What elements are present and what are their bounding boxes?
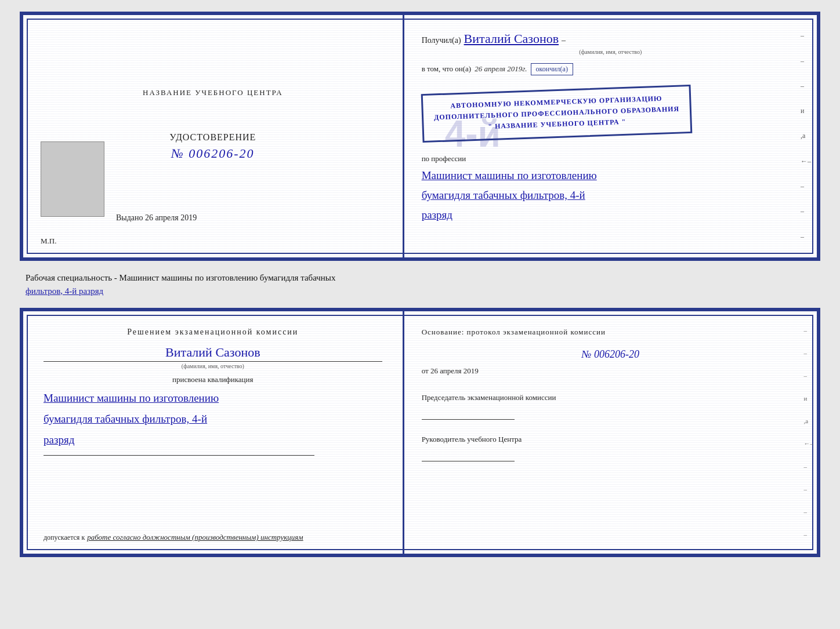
stamp-box: АВТОНОМНУЮ НЕКОММЕРЧЕСКУЮ ОРГАНИЗАЦИЮ ДО… <box>421 85 692 143</box>
vydano-line: Выдано 26 апреля 2019 <box>116 213 197 223</box>
right-side-dashes-bottom: –––и,а←––––– <box>803 311 813 554</box>
between-text: Рабочая специальность - Машинист машины … <box>20 271 820 297</box>
po-professii-label: по профессии <box>422 154 799 163</box>
vtom-prefix: в том, что он(а) <box>422 64 472 74</box>
poluchil-prefix: Получил(а) <box>422 36 461 45</box>
prof-text-3: разряд <box>422 205 799 225</box>
prof-text-2: бумагидля табачных фильтров, 4-й <box>422 186 799 205</box>
poluchil-line: Получил(а) Виталий Сазонов – <box>422 31 799 46</box>
predsedatel-label: Председатель экзаменационной комиссии <box>422 393 799 402</box>
photo-placeholder <box>41 141 104 217</box>
recipient-name-top: Виталий Сазонов <box>464 31 559 46</box>
bottom-sep <box>44 455 314 456</box>
predsedatel-signature <box>422 408 515 420</box>
top-certificate: НАЗВАНИЕ УЧЕБНОГО ЦЕНТРА УДОСТОВЕРЕНИЕ №… <box>20 12 820 261</box>
ot-label: от <box>422 366 429 375</box>
between-line1: Рабочая специальность - Машинист машины … <box>26 271 814 285</box>
okonchill-label: окончил(а) <box>531 63 573 75</box>
dopuskaetsya-label: допускается к <box>44 533 85 542</box>
fio-label-top: (фамилия, имя, отчество) <box>422 49 799 55</box>
kvalif-3: разряд <box>44 430 382 450</box>
protokol-number: № 006206-20 <box>422 348 799 361</box>
prisvoena-label: присвоена квалификация <box>44 375 382 384</box>
kvalif-2: бумагидля табачных фильтров, 4-й <box>44 409 382 430</box>
osnov-label: Основание: протокол экзаменационной коми… <box>422 328 799 337</box>
bottom-cert-right: Основание: протокол экзаменационной коми… <box>404 311 817 554</box>
ot-line: от 26 апреля 2019 <box>422 366 799 376</box>
vtom-line: в том, что он(а) 26 апреля 2019г. окончи… <box>422 63 799 75</box>
dopuskaetsya-value: работе согласно должностным (производств… <box>87 533 303 542</box>
rukovod-label: Руководитель учебного Центра <box>422 435 799 444</box>
rukovod-signature <box>422 450 515 461</box>
udostoverenie-label: УДОСТОВЕРЕНИЕ <box>169 132 256 143</box>
dash-top: – <box>562 36 566 45</box>
top-cert-right: Получил(а) Виталий Сазонов – (фамилия, и… <box>404 15 817 257</box>
vydano-date: 26 апреля 2019 <box>145 213 197 222</box>
between-line2: фильтров, 4-й разряд <box>26 285 814 298</box>
dopuskaetsya-line: допускается к работе согласно должностны… <box>44 533 382 542</box>
right-side-dashes-top: –––и,а←–––– <box>801 15 811 257</box>
vydano-label: Выдано <box>116 213 143 222</box>
resheniem-title: Решением экзаменационной комиссии <box>44 328 382 337</box>
bottom-fio-label: (фамилия, имя, отчество) <box>44 361 382 369</box>
bottom-name-handwritten: Виталий Сазонов <box>44 345 382 360</box>
udostoverenie-number: № 006206-20 <box>171 146 255 161</box>
bottom-cert-left: Решением экзаменационной комиссии Витали… <box>23 311 404 554</box>
mp-label: М.П. <box>41 237 56 246</box>
top-cert-left: НАЗВАНИЕ УЧЕБНОГО ЦЕНТРА УДОСТОВЕРЕНИЕ №… <box>23 15 404 257</box>
center-title-top: НАЗВАНИЕ УЧЕБНОГО ЦЕНТРА <box>143 88 283 97</box>
prof-text-1: Машинист машины по изготовлению <box>422 166 799 186</box>
vtom-date: 26 апреля 2019г. <box>475 64 527 74</box>
kvalif-1: Машинист машины по изготовлению <box>44 388 382 409</box>
bottom-certificate: Решением экзаменационной комиссии Витали… <box>20 308 820 557</box>
ot-date: 26 апреля 2019 <box>430 366 479 375</box>
